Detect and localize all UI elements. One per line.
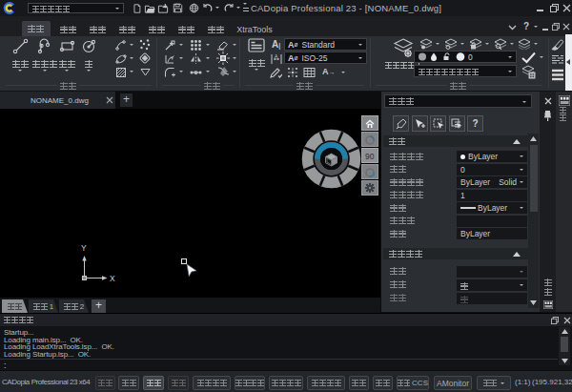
svg-text:0: 0 xyxy=(468,52,473,62)
svg-text:A: A xyxy=(275,53,278,59)
svg-text:X: X xyxy=(110,274,115,283)
svg-text:Y: Y xyxy=(81,243,87,253)
